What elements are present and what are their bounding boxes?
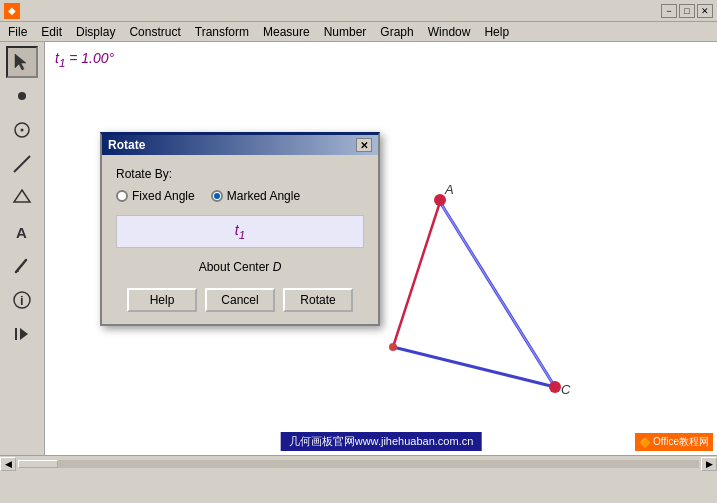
info-icon: i	[12, 290, 32, 310]
compass-icon	[12, 120, 32, 140]
menu-edit[interactable]: Edit	[35, 24, 68, 40]
brand-text: Office教程网	[653, 435, 709, 449]
menu-transform[interactable]: Transform	[189, 24, 255, 40]
watermark-label: 几何画板官网www.jihehuaban.com.cn	[289, 435, 474, 447]
app-icon: ◆	[4, 3, 20, 19]
fixed-angle-option[interactable]: Fixed Angle	[116, 189, 195, 203]
radio-group: Fixed Angle Marked Angle	[116, 189, 364, 203]
line-ac-overlay	[440, 202, 555, 387]
svg-marker-0	[15, 54, 26, 70]
point-d	[389, 343, 397, 351]
point-tool[interactable]	[6, 80, 38, 112]
more-icon	[12, 324, 32, 344]
window-controls: − □ ✕	[661, 4, 713, 18]
center-label-text: About Center	[199, 260, 273, 274]
menubar: File Edit Display Construct Transform Me…	[0, 22, 717, 42]
scroll-left-button[interactable]: ◀	[0, 457, 16, 471]
angle-value-text: t1	[235, 222, 245, 238]
scroll-track	[18, 460, 699, 468]
marker-tool[interactable]	[6, 250, 38, 282]
info-tool[interactable]: i	[6, 284, 38, 316]
titlebar: ◆ − □ ✕	[0, 0, 717, 22]
svg-line-4	[14, 156, 30, 172]
label-a: A	[444, 182, 454, 197]
scroll-thumb[interactable]	[18, 460, 58, 468]
point-c	[549, 381, 561, 393]
menu-graph[interactable]: Graph	[374, 24, 419, 40]
dialog-title: Rotate	[108, 138, 145, 152]
dialog-close-button[interactable]: ✕	[356, 138, 372, 152]
dialog-buttons: Help Cancel Rotate	[116, 288, 364, 312]
text-tool[interactable]: A	[6, 216, 38, 248]
cancel-button[interactable]: Cancel	[205, 288, 275, 312]
arrow-icon	[12, 52, 32, 72]
line-icon	[12, 154, 32, 174]
brand-icon: 🔶	[639, 437, 651, 448]
more-tool[interactable]	[6, 318, 38, 350]
menu-number[interactable]: Number	[318, 24, 373, 40]
menu-file[interactable]: File	[2, 24, 33, 40]
close-button[interactable]: ✕	[697, 4, 713, 18]
marker-icon	[12, 256, 32, 276]
svg-point-1	[18, 92, 26, 100]
svg-text:i: i	[20, 293, 24, 308]
line-ad	[393, 202, 440, 347]
svg-text:A: A	[16, 224, 27, 241]
fixed-angle-label: Fixed Angle	[132, 189, 195, 203]
line-tool[interactable]	[6, 148, 38, 180]
svg-marker-11	[20, 328, 28, 340]
main-layout: A i t1 = 1.00°	[0, 42, 717, 455]
polygon-icon	[12, 188, 32, 208]
watermark-brand: 🔶 Office教程网	[635, 433, 713, 451]
toolbox: A i	[0, 42, 45, 455]
point-icon	[12, 86, 32, 106]
center-point-label: D	[273, 260, 282, 274]
horizontal-scrollbar[interactable]: ◀ ▶	[0, 455, 717, 471]
svg-point-3	[21, 129, 24, 132]
arrow-tool[interactable]	[6, 46, 38, 78]
svg-line-7	[16, 260, 26, 272]
app-icon-symbol: ◆	[8, 5, 16, 16]
svg-marker-5	[14, 190, 30, 202]
fixed-angle-radio[interactable]	[116, 190, 128, 202]
line-dc	[393, 347, 555, 387]
menu-measure[interactable]: Measure	[257, 24, 316, 40]
menu-help[interactable]: Help	[478, 24, 515, 40]
text-icon: A	[12, 222, 32, 242]
maximize-button[interactable]: □	[679, 4, 695, 18]
dialog-body: Rotate By: Fixed Angle Marked Angle t1 A…	[102, 155, 378, 324]
compass-tool[interactable]	[6, 114, 38, 146]
watermark-text: 几何画板官网www.jihehuaban.com.cn	[281, 432, 482, 451]
rotate-dialog: Rotate ✕ Rotate By: Fixed Angle Marked A…	[100, 132, 380, 326]
rotate-button[interactable]: Rotate	[283, 288, 353, 312]
angle-value-display: t1	[116, 215, 364, 248]
label-c: C	[561, 382, 571, 397]
marked-angle-label: Marked Angle	[227, 189, 300, 203]
minimize-button[interactable]: −	[661, 4, 677, 18]
polygon-tool[interactable]	[6, 182, 38, 214]
marked-angle-option[interactable]: Marked Angle	[211, 189, 300, 203]
menu-display[interactable]: Display	[70, 24, 121, 40]
center-label: About Center D	[116, 260, 364, 274]
canvas-area[interactable]: t1 = 1.00° A C Rotate ✕	[45, 42, 717, 455]
scroll-right-button[interactable]: ▶	[701, 457, 717, 471]
menu-window[interactable]: Window	[422, 24, 477, 40]
marked-angle-radio[interactable]	[211, 190, 223, 202]
rotate-by-label: Rotate By:	[116, 167, 364, 181]
dialog-titlebar: Rotate ✕	[102, 135, 378, 155]
help-button[interactable]: Help	[127, 288, 197, 312]
menu-construct[interactable]: Construct	[123, 24, 186, 40]
